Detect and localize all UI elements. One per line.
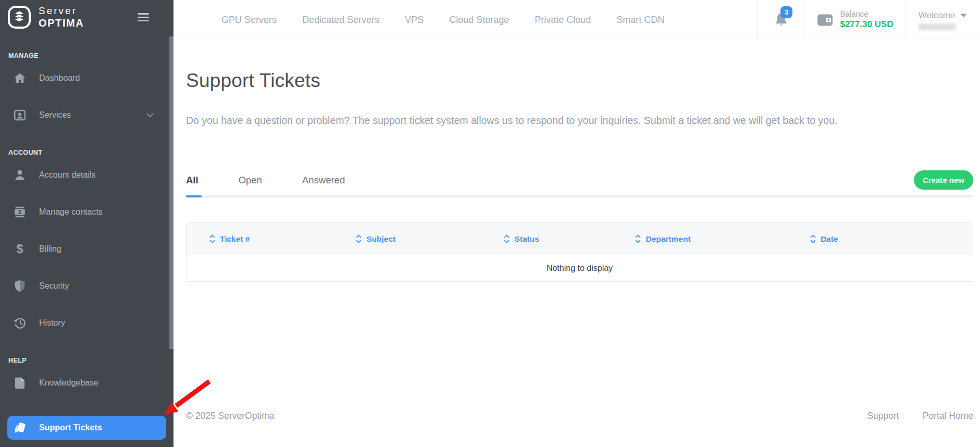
sidebar-nav: MANAGE Dashboard Services ACCOUNT — [0, 52, 173, 440]
nav-cloud-storage[interactable]: Cloud Storage — [449, 15, 509, 26]
table-empty-message: Nothing to display — [187, 255, 973, 281]
tickets-table: Ticket # Subject Status Department Date … — [186, 222, 973, 282]
brand-name-top: Server — [39, 6, 84, 17]
nav-private-cloud[interactable]: Private Cloud — [535, 15, 591, 26]
notification-count-badge: 3 — [780, 6, 792, 18]
dollar-icon: $ — [13, 243, 27, 255]
sidebar-item-label: History — [39, 318, 65, 328]
sidebar-scrollbar[interactable] — [169, 36, 173, 349]
tab-open[interactable]: Open — [239, 175, 262, 186]
sidebar-item-services[interactable]: Services — [7, 107, 166, 123]
tab-underline-track — [186, 195, 973, 197]
sidebar-item-label: Security — [39, 281, 69, 291]
column-header-department[interactable]: Department — [635, 234, 810, 244]
section-title-manage: MANAGE — [8, 52, 166, 59]
notifications-button[interactable]: 3 — [757, 0, 805, 40]
page-description: Do you have a question or problem? The s… — [186, 115, 973, 127]
sidebar-item-support-tickets[interactable]: Support Tickets — [7, 416, 166, 440]
column-header-subject[interactable]: Subject — [356, 234, 504, 244]
footer: © 2025 ServerOptima Support Portal Home — [186, 411, 973, 421]
column-header-status[interactable]: Status — [504, 234, 635, 244]
services-badge-icon — [13, 109, 27, 121]
wallet-icon — [817, 13, 833, 27]
brand-name-bottom: OPTIMA — [39, 17, 84, 29]
shield-icon — [13, 280, 27, 292]
nav-smart-cdn[interactable]: Smart CDN — [616, 15, 664, 26]
sort-icon — [810, 234, 816, 243]
page-title: Support Tickets — [186, 70, 973, 92]
footer-link-support[interactable]: Support — [867, 411, 899, 421]
sidebar-item-label: Dashboard — [39, 73, 80, 83]
tab-active-indicator — [186, 195, 202, 197]
header-controls: 3 Balance $277.30 USD Welcome — [757, 0, 980, 40]
sidebar-item-dashboard[interactable]: Dashboard — [7, 70, 166, 86]
home-icon — [13, 73, 27, 83]
column-label: Date — [821, 234, 838, 244]
tickets-icon — [13, 421, 27, 435]
user-menu[interactable]: Welcome — [905, 0, 980, 40]
sidebar-item-label: Manage contacts — [39, 207, 103, 217]
history-clock-icon — [13, 317, 27, 329]
footer-link-portal-home[interactable]: Portal Home — [923, 411, 973, 421]
caret-down-icon — [960, 14, 967, 18]
sort-icon — [504, 234, 510, 243]
contact-card-icon — [13, 206, 27, 218]
sidebar-item-label: Billing — [39, 244, 61, 254]
balance-widget[interactable]: Balance $277.30 USD — [805, 0, 905, 40]
logo-icon — [7, 5, 31, 29]
column-header-date[interactable]: Date — [810, 234, 973, 244]
balance-amount: $277.30 USD — [840, 19, 893, 30]
sort-icon — [635, 234, 641, 243]
sort-icon — [209, 234, 215, 243]
nav-vps[interactable]: VPS — [405, 15, 424, 26]
welcome-label: Welcome — [919, 10, 956, 21]
sidebar: Server OPTIMA MANAGE Dashboard Services — [0, 0, 173, 447]
person-icon — [13, 169, 27, 181]
column-label: Department — [646, 234, 690, 244]
nav-gpu-servers[interactable]: GPU Servers — [221, 15, 277, 26]
create-new-button[interactable]: Create new — [914, 170, 973, 190]
top-nav: GPU Servers Dedicated Servers VPS Cloud … — [221, 0, 664, 40]
section-title-account: ACCOUNT — [8, 149, 166, 156]
sidebar-item-billing[interactable]: $ Billing — [7, 241, 166, 257]
copyright-text: © 2025 ServerOptima — [186, 411, 275, 421]
tab-all[interactable]: All — [186, 175, 199, 186]
main-content: Support Tickets Do you have a question o… — [173, 40, 980, 447]
sidebar-item-label: Support Tickets — [39, 423, 102, 432]
sidebar-item-account-details[interactable]: Account details — [7, 167, 166, 183]
sidebar-item-manage-contacts[interactable]: Manage contacts — [7, 204, 166, 220]
sidebar-item-label: Account details — [39, 170, 96, 180]
document-icon — [13, 377, 27, 389]
menu-toggle-icon[interactable] — [137, 9, 150, 26]
tabs-row: All Open Answered Create new — [186, 170, 973, 190]
balance-label: Balance — [840, 9, 893, 19]
tab-answered[interactable]: Answered — [302, 175, 345, 186]
nav-dedicated-servers[interactable]: Dedicated Servers — [302, 15, 379, 26]
user-name-redacted — [919, 23, 956, 30]
column-label: Ticket # — [220, 234, 250, 244]
section-title-help: HELP — [8, 357, 166, 364]
footer-links: Support Portal Home — [867, 411, 973, 421]
sidebar-item-label: Knowledgebase — [39, 378, 98, 388]
column-header-ticket[interactable]: Ticket # — [209, 234, 356, 244]
chevron-down-icon — [146, 113, 154, 118]
top-header: GPU Servers Dedicated Servers VPS Cloud … — [173, 0, 980, 40]
column-label: Subject — [366, 234, 395, 244]
sidebar-item-history[interactable]: History — [7, 315, 166, 331]
table-header-row: Ticket # Subject Status Department Date — [187, 223, 973, 255]
sort-icon — [356, 234, 362, 243]
column-label: Status — [514, 234, 539, 244]
sidebar-item-label: Services — [39, 110, 71, 120]
sidebar-item-security[interactable]: Security — [7, 278, 166, 294]
sidebar-item-knowledgebase[interactable]: Knowledgebase — [7, 375, 166, 391]
